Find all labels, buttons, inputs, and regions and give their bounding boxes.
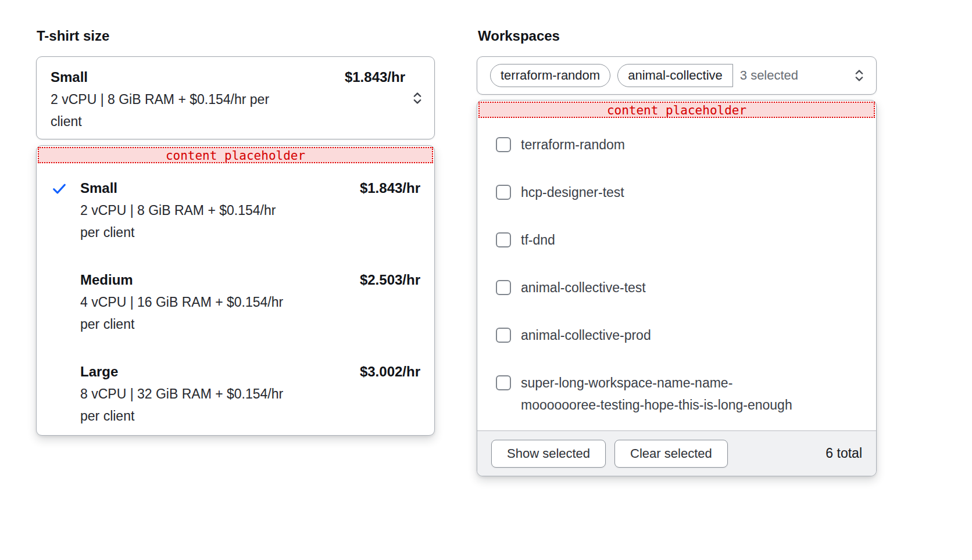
workspace-checkbox[interactable] [496,375,511,390]
selected-count: 3 selected [740,68,798,83]
option-title: Medium [80,269,133,291]
check-gutter [51,269,80,335]
option-title: Large [80,361,118,383]
show-selected-button[interactable]: Show selected [491,440,606,468]
workspace-checkbox[interactable] [496,232,511,247]
workspace-option[interactable]: animal-collective-test [496,277,862,299]
tshirt-select-trigger[interactable]: Small $1.843/hr 2 vCPU | 8 GiB RAM + $0.… [36,56,435,139]
tshirt-dropdown: content placeholder Small $1.843/hr 2 vC… [36,145,435,436]
workspace-option[interactable]: animal-collective-prod [496,324,862,346]
workspace-name: animal-collective-test [521,277,646,299]
workspaces-select-trigger[interactable]: terraform-random animal-collective 3 sel… [477,56,877,95]
check-icon [51,177,80,243]
workspaces-label: Workspaces [478,28,560,44]
selected-tag[interactable]: terraform-random [490,64,610,87]
option-title: Small [80,177,117,199]
content-placeholder: content placeholder [478,102,875,118]
workspace-name: hcp-designer-test [521,181,624,203]
option-description: 8 vCPU | 32 GiB RAM + $0.154/hr per clie… [80,383,288,427]
workspace-checkbox[interactable] [496,280,511,295]
option-price: $2.503/hr [360,269,420,291]
tshirt-option-list: Small $1.843/hr 2 vCPU | 8 GiB RAM + $0.… [37,164,434,427]
workspace-checkbox[interactable] [496,137,511,152]
selected-size-description: 2 vCPU | 8 GiB RAM + $0.154/hr per clien… [51,88,283,132]
workspace-name: super-long-workspace-name-name-moooooore… [521,372,806,416]
tshirt-option-large[interactable]: Large $3.002/hr 8 vCPU | 32 GiB RAM + $0… [51,361,420,427]
page: T-shirt size Small $1.843/hr 2 vCPU | 8 … [0,0,972,560]
workspace-name: terraform-random [521,134,625,156]
tshirt-size-label: T-shirt size [37,28,109,44]
workspace-name: tf-dnd [521,229,555,251]
chevron-up-down-icon [411,91,424,106]
selected-size-price: $1.843/hr [345,66,405,88]
content-placeholder: content placeholder [38,147,433,163]
workspace-checkbox[interactable] [496,328,511,343]
workspaces-dropdown: content placeholder terraform-random hcp… [477,100,877,476]
tshirt-option-small[interactable]: Small $1.843/hr 2 vCPU | 8 GiB RAM + $0.… [51,177,420,243]
option-price: $1.843/hr [360,177,420,199]
check-gutter [51,361,80,427]
option-description: 4 vCPU | 16 GiB RAM + $0.154/hr per clie… [80,291,288,335]
option-description: 2 vCPU | 8 GiB RAM + $0.154/hr per clien… [80,199,288,243]
workspace-option[interactable]: terraform-random [496,134,862,156]
workspace-option[interactable]: tf-dnd [496,229,862,251]
chevron-up-down-icon [853,68,866,83]
workspace-name: animal-collective-prod [521,324,651,346]
selected-tag-truncated[interactable]: animal-collective [617,64,733,87]
clear-selected-button[interactable]: Clear selected [614,440,728,468]
tshirt-option-medium[interactable]: Medium $2.503/hr 4 vCPU | 16 GiB RAM + $… [51,269,420,335]
option-price: $3.002/hr [360,361,420,383]
total-count: 6 total [826,446,862,461]
workspace-option[interactable]: super-long-workspace-name-name-moooooore… [496,372,862,416]
workspace-checkbox[interactable] [496,185,511,200]
workspace-option-list: terraform-random hcp-designer-test tf-dn… [477,119,876,430]
workspace-option[interactable]: hcp-designer-test [496,181,862,203]
dropdown-footer: Show selected Clear selected 6 total [477,430,876,476]
